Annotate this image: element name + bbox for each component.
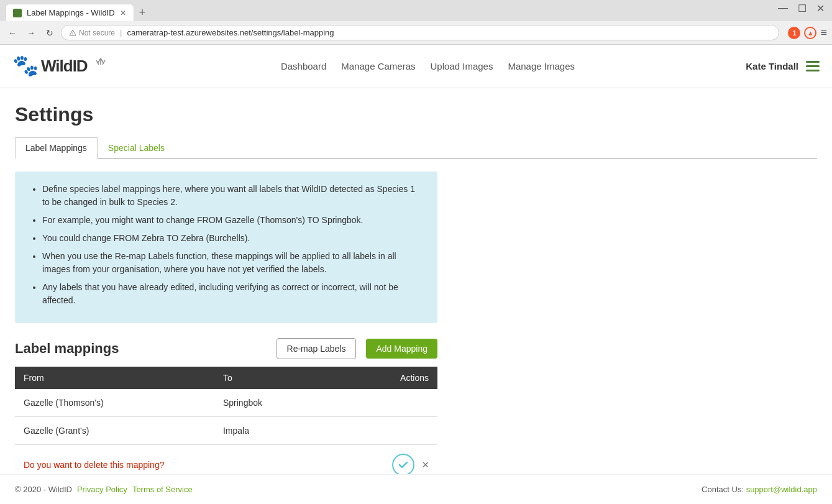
back-button[interactable]: ←: [5, 25, 20, 40]
info-bullet-5: Any labels that you have already edited,…: [42, 281, 423, 307]
contact-email[interactable]: support@wildid.app: [746, 485, 817, 494]
forward-button[interactable]: →: [24, 25, 39, 40]
brave-icon2: ▲: [804, 27, 816, 39]
checkmark-icon: [398, 459, 409, 470]
header-right: Kate Tindall: [746, 61, 820, 71]
tab-label-mappings[interactable]: Label Mappings: [15, 137, 98, 159]
confirm-cancel-button[interactable]: ×: [422, 459, 429, 472]
privacy-policy-link[interactable]: Privacy Policy: [77, 485, 127, 494]
delete-confirmation-text: Do you want to delete this mapping?: [24, 460, 164, 470]
info-bullet-3: You could change FROM Zebra TO Zebra (Bu…: [42, 232, 423, 245]
mapping-table: From To Actions Gazelle (Thomson's) Spri…: [15, 367, 437, 485]
app-header: 🐾 WildID Dashboard Manage Cameras Upload…: [0, 45, 832, 88]
browser-menu-button[interactable]: ≡: [820, 26, 827, 39]
svg-text:🐾: 🐾: [12, 53, 37, 76]
info-box: Define species label mappings here, wher…: [15, 172, 437, 323]
tab-close-button[interactable]: ✕: [120, 9, 126, 17]
nav-dashboard[interactable]: Dashboard: [281, 61, 326, 71]
copyright: © 2020 - WildID: [15, 485, 72, 494]
label-mappings-title: Label mappings: [15, 341, 267, 357]
hamburger-menu[interactable]: [806, 61, 820, 71]
actions-cell-2: [330, 417, 437, 445]
svg-text:!: !: [72, 32, 73, 35]
logo-text: WildID: [41, 57, 88, 76]
nav-upload-images[interactable]: Upload Images: [431, 61, 493, 71]
logo-svg: 🐾: [12, 52, 37, 76]
footer-right: Contact Us: support@wildid.app: [702, 485, 817, 494]
window-maximize-button[interactable]: ☐: [798, 2, 807, 14]
table-row: Gazelle (Thomson's) Springbok: [15, 389, 437, 417]
footer-left: © 2020 - WildID Privacy Policy Terms of …: [15, 485, 193, 494]
terms-of-service-link[interactable]: Terms of Service: [132, 485, 193, 494]
label-mappings-header: Label mappings Re-map Labels Add Mapping: [15, 338, 437, 359]
logo: 🐾 WildID: [12, 52, 110, 81]
confirm-check-button[interactable]: [392, 454, 414, 476]
add-mapping-button[interactable]: Add Mapping: [366, 339, 437, 359]
tab-favicon: [13, 9, 22, 17]
table-row: Gazelle (Grant's) Impala: [15, 417, 437, 445]
address-bar-text[interactable]: cameratrap-test.azurewebsites.net/settin…: [127, 28, 334, 37]
new-tab-button[interactable]: +: [139, 6, 146, 19]
brave-shield-icon: 1: [788, 27, 800, 39]
settings-tabs: Label Mappings Special Labels: [15, 136, 817, 159]
page-title: Settings: [15, 103, 817, 126]
warning-icon: !: [69, 29, 76, 37]
from-cell-2: Gazelle (Grant's): [15, 417, 214, 445]
col-to: To: [214, 367, 331, 389]
page-footer: © 2020 - WildID Privacy Policy Terms of …: [0, 474, 832, 500]
from-cell-1: Gazelle (Thomson's): [15, 389, 214, 417]
reload-button[interactable]: ↻: [42, 25, 57, 40]
logo-icon: 🐾: [12, 52, 37, 81]
main-nav: Dashboard Manage Cameras Upload Images M…: [281, 61, 575, 71]
page-content: Settings Label Mappings Special Labels D…: [0, 88, 832, 500]
user-name: Kate Tindall: [746, 61, 798, 71]
nav-manage-images[interactable]: Manage Images: [508, 61, 575, 71]
confirm-actions: ×: [339, 454, 429, 476]
info-bullet-2: For example, you might want to change FR…: [42, 214, 423, 227]
actions-cell-1: [330, 389, 437, 417]
remap-labels-button[interactable]: Re-map Labels: [277, 338, 357, 359]
info-bullet-4: When you use the Re-map Labels function,…: [42, 250, 423, 276]
info-bullet-1: Define species label mappings here, wher…: [42, 183, 423, 209]
browser-tab[interactable]: Label Mappings - WildID ✕: [5, 4, 134, 21]
tab-special-labels[interactable]: Special Labels: [98, 137, 175, 159]
tab-title: Label Mappings - WildID: [27, 8, 115, 17]
contact-label: Contact Us:: [702, 485, 744, 494]
window-minimize-button[interactable]: —: [778, 2, 788, 14]
nav-manage-cameras[interactable]: Manage Cameras: [341, 61, 415, 71]
logo-decoration: [91, 57, 110, 76]
to-cell-2: Impala: [214, 417, 331, 445]
window-close-button[interactable]: ✕: [816, 2, 825, 14]
to-cell-1: Springbok: [214, 389, 331, 417]
security-warning: ! Not secure: [69, 29, 115, 37]
col-actions: Actions: [330, 367, 437, 389]
col-from: From: [15, 367, 214, 389]
table-header-row: From To Actions: [15, 367, 437, 389]
